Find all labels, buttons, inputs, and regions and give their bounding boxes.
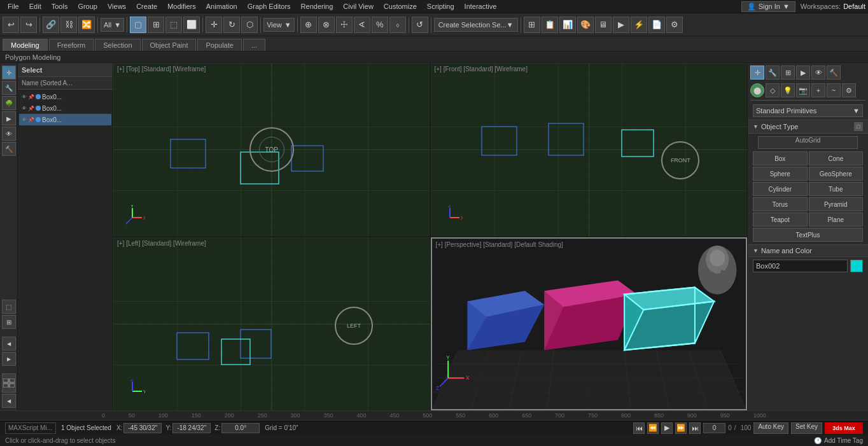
helper-icon[interactable]: + — [811, 83, 825, 97]
layer-mgr-btn[interactable]: ⊞ — [524, 17, 540, 33]
scene-item-box3[interactable]: 👁 📌 Box0... — [19, 114, 111, 125]
menu-file[interactable]: File — [3, 1, 24, 11]
select-tool[interactable]: ▢ — [130, 17, 146, 33]
shape-icon[interactable]: ◇ — [766, 83, 780, 97]
scene-col-header[interactable]: Name (Sorted A... — [18, 77, 113, 90]
menu-group[interactable]: Group — [73, 1, 102, 11]
scene-item-box1[interactable]: 👁 📌 Box0... — [19, 91, 111, 102]
nav-next[interactable]: ▶ — [2, 352, 16, 366]
viewport-perspective[interactable]: X Y Z [+] [Perspective] [Standard] [Defa… — [431, 237, 748, 411]
menu-tools[interactable]: Tools — [46, 1, 73, 11]
first-frame-btn[interactable]: ⏮ — [633, 422, 645, 434]
tab-selection[interactable]: Selection — [95, 39, 140, 51]
scene-mgr-btn[interactable]: 📋 — [542, 17, 558, 33]
next-frame-btn[interactable]: ⏩ — [675, 422, 687, 434]
undo-scene-btn[interactable]: ↺ — [412, 17, 428, 33]
menu-customize[interactable]: Customize — [379, 1, 422, 11]
obj-type-sphere[interactable]: Sphere — [753, 167, 808, 181]
rotate-tool[interactable]: ↻ — [223, 17, 240, 33]
pivot-btn[interactable]: ⊗ — [318, 17, 335, 33]
motion-panel-btn[interactable]: ▶ — [2, 111, 16, 125]
display-panel-btn[interactable]: 👁 — [2, 127, 16, 141]
tab-modeling[interactable]: Modeling — [3, 39, 48, 51]
last-frame-btn[interactable]: ⏭ — [689, 422, 701, 434]
hierarchy-icon[interactable]: ⊞ — [781, 66, 795, 80]
quick-render-btn[interactable]: ⚡ — [631, 17, 647, 33]
y-input[interactable] — [172, 423, 211, 433]
viewport-left-label[interactable]: [+] [Left] [Standard] [Wireframe] — [117, 240, 206, 247]
obj-type-plane[interactable]: Plane — [809, 213, 864, 226]
obj-type-textplus[interactable]: TextPlus — [753, 228, 863, 242]
prev-frame-btn[interactable]: ⏪ — [647, 422, 659, 434]
hierarchy-panel-btn[interactable]: 🌳 — [2, 96, 16, 110]
tab-populate[interactable]: Populate — [197, 39, 241, 51]
frame-input[interactable] — [703, 423, 725, 433]
redo-button[interactable]: ↪ — [20, 17, 37, 33]
menu-rendering[interactable]: Rendering — [296, 1, 339, 11]
obj-type-geosphere[interactable]: GeoSphere — [809, 167, 864, 181]
maxscript-mini[interactable]: MAXScript Mi... — [5, 422, 56, 434]
play-btn[interactable]: ▶ — [661, 422, 673, 434]
tab-more[interactable]: ... — [243, 39, 265, 51]
menu-interactive[interactable]: Interactive — [459, 1, 502, 11]
name-color-section[interactable]: ▼ Name and Color — [748, 244, 868, 257]
scene-item-box2[interactable]: 👁 📌 Box0... — [19, 102, 111, 114]
undo-button[interactable]: ↩ — [3, 17, 19, 33]
link-button[interactable]: 🔗 — [43, 17, 59, 33]
create-panel-btn[interactable]: ✛ — [2, 66, 16, 80]
auto-key-btn[interactable]: Auto Key — [753, 422, 788, 434]
light-icon[interactable]: 💡 — [781, 83, 795, 97]
settings-btn[interactable]: ⚙ — [666, 17, 683, 33]
obj-type-teapot[interactable]: Teapot — [753, 213, 808, 226]
material-editor-btn[interactable]: 🎨 — [577, 17, 594, 33]
name-input[interactable] — [753, 260, 848, 272]
object-type-section[interactable]: ▼ Object Type □ — [748, 120, 868, 134]
color-swatch[interactable] — [850, 260, 863, 272]
select-region-tool[interactable]: ⊞ — [148, 17, 164, 33]
obj-type-tube[interactable]: Tube — [809, 182, 864, 196]
menu-create[interactable]: Create — [131, 1, 162, 11]
lasso-tool[interactable]: ⬚ — [165, 17, 182, 33]
obj-type-pyramid[interactable]: Pyramid — [809, 197, 864, 211]
menu-edit[interactable]: Edit — [24, 1, 46, 11]
menu-animation[interactable]: Animation — [201, 1, 242, 11]
sphere-icon[interactable]: ⬤ — [750, 83, 764, 97]
snap-icon[interactable]: ⊞ — [2, 315, 16, 329]
filter-dropdown[interactable]: All ▼ — [101, 18, 124, 32]
reference-coord-btn[interactable]: ⊕ — [300, 17, 317, 33]
viewport-top-label[interactable]: [+] [Top] [Standard] [Wireframe] — [117, 66, 206, 73]
standard-primitives-dropdown[interactable]: Standard Primitives ▼ — [753, 104, 863, 117]
utilities-icon[interactable]: 🔨 — [827, 66, 841, 80]
spinner-snap-btn[interactable]: ⬨ — [389, 17, 406, 33]
view-dropdown[interactable]: View ▼ — [263, 18, 295, 32]
create-icon[interactable]: ✛ — [750, 66, 764, 80]
display-icon[interactable]: 👁 — [811, 66, 825, 80]
unlink-button[interactable]: ⛓ — [60, 17, 77, 33]
viewport-layout-btn[interactable] — [2, 373, 16, 393]
systems-icon[interactable]: ⚙ — [842, 83, 856, 97]
menu-graph-editors[interactable]: Graph Editors — [242, 1, 296, 11]
obj-type-box[interactable]: Box — [753, 151, 808, 165]
fence-tool[interactable]: ⬜ — [183, 17, 200, 33]
viewport-left[interactable]: [+] [Left] [Standard] [Wireframe] LEFT Y… — [113, 237, 430, 411]
viewport-front[interactable]: [+] [Front] [Standard] [Wireframe] FRONT… — [431, 63, 748, 237]
obj-type-cylinder[interactable]: Cylinder — [753, 182, 808, 196]
menu-civil-view[interactable]: Civil View — [338, 1, 378, 11]
menu-modifiers[interactable]: Modifiers — [162, 1, 201, 11]
obj-type-cone[interactable]: Cone — [809, 151, 864, 165]
viewport-top[interactable]: [+] [Top] [Standard] [Wireframe] TOP X Y — [113, 63, 430, 237]
render-setup-btn[interactable]: 🖥 — [595, 17, 612, 33]
bind-button[interactable]: 🔀 — [78, 17, 95, 33]
snap-btn[interactable]: ☩ — [336, 17, 353, 33]
render-to-tex-btn[interactable]: 📄 — [648, 17, 665, 33]
scale-tool[interactable]: ⬡ — [241, 17, 258, 33]
modify-icon[interactable]: 🔧 — [766, 66, 780, 80]
object-type-icon[interactable]: ⬚ — [2, 300, 16, 314]
autogrid-button[interactable]: AutoGrid — [758, 136, 858, 149]
create-selection-button[interactable]: Create Selection Se... ▼ — [434, 18, 518, 32]
camera-icon[interactable]: 📷 — [796, 83, 810, 97]
modify-panel-btn[interactable]: 🔧 — [2, 81, 16, 95]
viewport-perspective-label[interactable]: [+] [Perspective] [Standard] [Default Sh… — [436, 241, 563, 248]
menu-views[interactable]: Views — [102, 1, 131, 11]
x-input[interactable] — [123, 423, 162, 433]
